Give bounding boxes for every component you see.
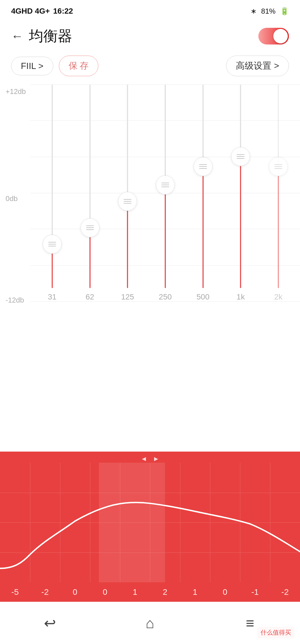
curve-arrow-right[interactable]: ► bbox=[153, 455, 159, 463]
band-1k: 1k bbox=[225, 85, 256, 301]
eq-toggle[interactable] bbox=[258, 28, 289, 44]
slider-track-2k[interactable] bbox=[278, 85, 279, 288]
nav-menu-icon: ≡ bbox=[246, 615, 254, 631]
header: ← 均衡器 bbox=[0, 22, 300, 50]
slider-knob-1k[interactable] bbox=[231, 147, 250, 166]
curve-arrows: ◄ ► bbox=[0, 452, 300, 466]
bottom-nav: ↩ ⌂ ≡ bbox=[0, 602, 300, 644]
band-250: 250 bbox=[150, 85, 181, 301]
curve-val-9: -2 bbox=[270, 587, 300, 597]
battery-text: 81% bbox=[261, 7, 276, 16]
sliders-container: 31 62 bbox=[31, 85, 300, 301]
curve-val-7: 0 bbox=[210, 587, 240, 597]
curve-arrow-left[interactable]: ◄ bbox=[141, 455, 147, 463]
freq-label-125: 125 bbox=[121, 293, 134, 301]
slider-track-125[interactable] bbox=[127, 85, 128, 288]
band-31: 31 bbox=[37, 85, 68, 301]
curve-val-4: 1 bbox=[120, 587, 150, 597]
nav-back-icon: ↩ bbox=[44, 615, 56, 631]
slider-track-62[interactable] bbox=[89, 85, 91, 288]
freq-label-1k: 1k bbox=[237, 293, 245, 301]
slider-knob-2k[interactable] bbox=[269, 157, 288, 176]
curve-val-0: -5 bbox=[0, 587, 30, 597]
controls-row: FIIL > 保 存 高级设置 > bbox=[0, 50, 300, 82]
slider-track-1k[interactable] bbox=[240, 85, 241, 288]
eq-label-mid: 0db bbox=[6, 194, 18, 203]
slider-knob-250[interactable] bbox=[156, 175, 175, 194]
nav-back-button[interactable]: ↩ bbox=[33, 612, 67, 634]
nav-home-button[interactable]: ⌂ bbox=[133, 612, 167, 634]
back-button[interactable]: ← bbox=[11, 29, 23, 43]
slider-knob-62[interactable] bbox=[81, 218, 99, 237]
nav-home-icon: ⌂ bbox=[146, 615, 154, 631]
header-left: ← 均衡器 bbox=[11, 26, 72, 46]
band-125: 125 bbox=[112, 85, 143, 301]
freq-label-2k: 2k bbox=[274, 293, 282, 301]
slider-knob-31[interactable] bbox=[43, 235, 62, 254]
status-left: 4GHD 4G+ 16:22 bbox=[11, 7, 73, 16]
advanced-settings-button[interactable]: 高级设置 > bbox=[226, 56, 289, 76]
curve-val-8: -1 bbox=[240, 587, 270, 597]
curve-val-6: 1 bbox=[180, 587, 210, 597]
eq-label-bot: -12db bbox=[6, 296, 24, 304]
freq-label-500: 500 bbox=[196, 293, 209, 301]
eq-label-top: +12db bbox=[6, 87, 26, 96]
eq-curve-svg bbox=[0, 463, 300, 577]
toggle-knob bbox=[273, 29, 288, 43]
curve-values: -5 -2 0 0 1 2 1 0 -1 -2 bbox=[0, 582, 300, 602]
curve-val-5: 2 bbox=[150, 587, 180, 597]
curve-val-2: 0 bbox=[60, 587, 90, 597]
status-bar: 4GHD 4G+ 16:22 ∗ 81% 🔋 bbox=[0, 0, 300, 22]
band-62: 62 bbox=[75, 85, 105, 301]
curve-section: ◄ ► -5 -2 0 0 1 2 1 0 -1 -2 bbox=[0, 452, 300, 602]
band-500: 500 bbox=[188, 85, 218, 301]
save-button[interactable]: 保 存 bbox=[59, 56, 99, 76]
bluetooth-icon: ∗ bbox=[251, 7, 257, 16]
signal-text: 4GHD 4G+ bbox=[11, 7, 50, 16]
page-title: 均衡器 bbox=[29, 26, 72, 46]
slider-track-250[interactable] bbox=[165, 85, 166, 288]
time-text: 16:22 bbox=[53, 7, 73, 16]
slider-track-31[interactable] bbox=[52, 85, 53, 288]
watermark: 什么值得买 bbox=[257, 627, 294, 638]
band-2k: 2k bbox=[263, 85, 294, 301]
fiil-button[interactable]: FIIL > bbox=[11, 57, 53, 75]
freq-label-250: 250 bbox=[159, 293, 172, 301]
freq-label-31: 31 bbox=[48, 293, 56, 301]
curve-val-3: 0 bbox=[90, 587, 120, 597]
battery-icon: 🔋 bbox=[280, 7, 289, 16]
slider-knob-500[interactable] bbox=[194, 157, 212, 176]
slider-track-500[interactable] bbox=[202, 85, 204, 288]
slider-knob-125[interactable] bbox=[118, 192, 137, 211]
eq-area: +12db 0db -12db 31 bbox=[0, 85, 300, 324]
status-right: ∗ 81% 🔋 bbox=[251, 7, 289, 16]
curve-val-1: -2 bbox=[30, 587, 60, 597]
freq-label-62: 62 bbox=[86, 293, 94, 301]
